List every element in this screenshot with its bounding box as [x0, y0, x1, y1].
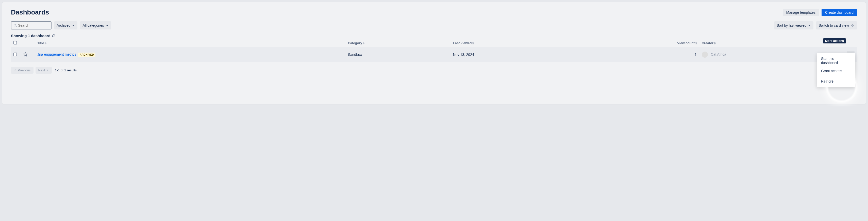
- page-title: Dashboards: [11, 8, 49, 16]
- sort-dropdown[interactable]: Sort by last viewed: [774, 21, 814, 29]
- refresh-icon[interactable]: [52, 34, 56, 37]
- dashboard-title-link[interactable]: Jira engagement metrics: [37, 52, 76, 56]
- showing-text: Showing 1 dashboard: [11, 33, 51, 38]
- col-creator[interactable]: Creator⇅ More actions: [699, 39, 844, 47]
- create-dashboard-button[interactable]: Create dashboard: [822, 9, 857, 16]
- sort-label: Sort by last viewed: [777, 23, 807, 27]
- table-row[interactable]: Jira engagement metrics ARCHIVED Sandbox…: [11, 47, 857, 62]
- row-last-viewed: Nov 13, 2024: [453, 53, 474, 57]
- sort-icon: ⇅: [695, 42, 697, 45]
- avatar: [702, 52, 708, 58]
- menu-star[interactable]: Star this dashboard: [817, 55, 855, 67]
- archived-badge: ARCHIVED: [78, 53, 95, 57]
- header-actions: Manage templates Create dashboard: [783, 9, 857, 16]
- prev-label: Previous: [18, 68, 31, 72]
- row-creator: Cat Africa: [711, 52, 726, 56]
- more-actions-tooltip: More actions: [823, 38, 846, 44]
- archived-filter-label: Archived: [57, 23, 70, 27]
- col-view-count[interactable]: View count⇅: [579, 39, 699, 47]
- svg-line-1: [16, 26, 17, 27]
- chevron-down-icon: [105, 24, 108, 27]
- search-input-wrapper[interactable]: [11, 21, 52, 29]
- dashboards-table: Title⇅ Category⇅ Last viewed⇅ View count…: [11, 39, 857, 62]
- search-input[interactable]: [18, 23, 49, 27]
- svg-rect-3: [853, 24, 854, 25]
- pagination: Previous Next 1-1 of 1 results: [11, 67, 857, 74]
- categories-filter[interactable]: All categories: [80, 21, 111, 29]
- menu-separator: [817, 76, 855, 76]
- next-label: Next: [38, 68, 45, 72]
- svg-rect-4: [851, 26, 852, 27]
- star-icon: [23, 52, 28, 57]
- showing-count: Showing 1 dashboard: [11, 33, 857, 38]
- star-button[interactable]: [22, 51, 29, 58]
- next-page-button[interactable]: Next: [35, 67, 52, 74]
- row-view-count: 1: [695, 53, 697, 57]
- row-category: Sandbox: [348, 53, 362, 57]
- svg-rect-2: [851, 24, 852, 25]
- svg-rect-5: [853, 26, 854, 27]
- select-all-checkbox[interactable]: [13, 41, 17, 45]
- svg-point-0: [14, 24, 16, 26]
- grid-icon: [850, 23, 855, 27]
- sort-icon: ⇅: [363, 42, 364, 45]
- pager-summary: 1-1 of 1 results: [55, 68, 76, 72]
- switch-view-label: Switch to card view: [818, 23, 849, 27]
- chevron-left-icon: [14, 69, 17, 72]
- sort-icon: ⇅: [714, 42, 715, 45]
- svg-marker-6: [24, 52, 27, 56]
- switch-view-button[interactable]: Switch to card view: [816, 21, 857, 29]
- col-title[interactable]: Title⇅: [35, 39, 345, 47]
- menu-restore[interactable]: Restore: [817, 77, 855, 85]
- chevron-right-icon: [46, 69, 49, 72]
- sort-icon: ⇅: [472, 42, 474, 45]
- manage-templates-button[interactable]: Manage templates: [783, 9, 819, 16]
- categories-filter-label: All categories: [83, 23, 104, 27]
- more-actions-menu: Star this dashboard Grant access Restore: [817, 53, 855, 87]
- prev-page-button[interactable]: Previous: [11, 67, 33, 74]
- row-checkbox[interactable]: [13, 53, 17, 56]
- col-category[interactable]: Category⇅: [345, 39, 451, 47]
- chevron-down-icon: [72, 24, 75, 27]
- chevron-down-icon: [808, 24, 811, 27]
- menu-grant-access[interactable]: Grant access: [817, 67, 855, 75]
- header-row: Dashboards Manage templates Create dashb…: [11, 8, 857, 16]
- archived-filter[interactable]: Archived: [54, 21, 78, 29]
- col-last-viewed[interactable]: Last viewed⇅: [451, 39, 579, 47]
- search-icon: [13, 24, 17, 27]
- dashboards-page: Dashboards Manage templates Create dashb…: [2, 2, 866, 104]
- filter-row: Archived All categories Sort by last vie…: [11, 21, 857, 29]
- sort-icon: ⇅: [45, 42, 46, 45]
